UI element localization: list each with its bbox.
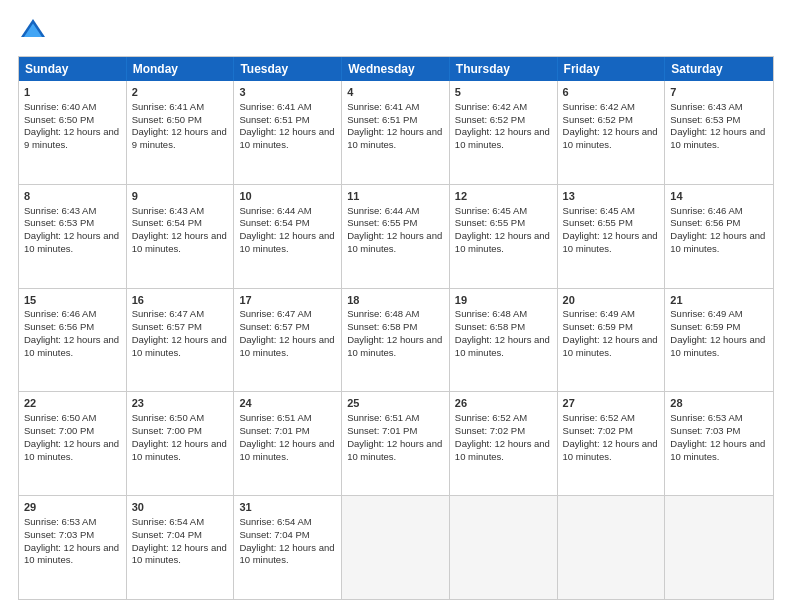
sunset-text: Sunset: 6:57 PM bbox=[239, 321, 309, 332]
calendar: SundayMondayTuesdayWednesdayThursdayFrid… bbox=[18, 56, 774, 600]
sunrise-text: Sunrise: 6:52 AM bbox=[455, 412, 527, 423]
calendar-header-cell: Tuesday bbox=[234, 57, 342, 81]
sunset-text: Sunset: 6:55 PM bbox=[563, 217, 633, 228]
day-number: 20 bbox=[563, 293, 660, 308]
calendar-row: 29Sunrise: 6:53 AMSunset: 7:03 PMDayligh… bbox=[19, 495, 773, 599]
daylight-text: Daylight: 12 hours and 10 minutes. bbox=[670, 230, 765, 254]
calendar-cell bbox=[342, 496, 450, 599]
sunrise-text: Sunrise: 6:49 AM bbox=[670, 308, 742, 319]
calendar-row: 15Sunrise: 6:46 AMSunset: 6:56 PMDayligh… bbox=[19, 288, 773, 392]
day-number: 29 bbox=[24, 500, 121, 515]
daylight-text: Daylight: 12 hours and 10 minutes. bbox=[132, 438, 227, 462]
daylight-text: Daylight: 12 hours and 10 minutes. bbox=[347, 230, 442, 254]
daylight-text: Daylight: 12 hours and 10 minutes. bbox=[455, 230, 550, 254]
sunset-text: Sunset: 6:58 PM bbox=[455, 321, 525, 332]
sunrise-text: Sunrise: 6:51 AM bbox=[239, 412, 311, 423]
calendar-cell: 27Sunrise: 6:52 AMSunset: 7:02 PMDayligh… bbox=[558, 392, 666, 495]
sunrise-text: Sunrise: 6:53 AM bbox=[670, 412, 742, 423]
sunset-text: Sunset: 7:02 PM bbox=[455, 425, 525, 436]
calendar-body: 1Sunrise: 6:40 AMSunset: 6:50 PMDaylight… bbox=[19, 81, 773, 599]
calendar-cell: 1Sunrise: 6:40 AMSunset: 6:50 PMDaylight… bbox=[19, 81, 127, 184]
sunrise-text: Sunrise: 6:54 AM bbox=[239, 516, 311, 527]
sunrise-text: Sunrise: 6:50 AM bbox=[24, 412, 96, 423]
calendar-cell bbox=[665, 496, 773, 599]
calendar-cell: 8Sunrise: 6:43 AMSunset: 6:53 PMDaylight… bbox=[19, 185, 127, 288]
day-number: 3 bbox=[239, 85, 336, 100]
daylight-text: Daylight: 12 hours and 9 minutes. bbox=[132, 126, 227, 150]
sunrise-text: Sunrise: 6:54 AM bbox=[132, 516, 204, 527]
page: SundayMondayTuesdayWednesdayThursdayFrid… bbox=[0, 0, 792, 612]
day-number: 8 bbox=[24, 189, 121, 204]
calendar-header-cell: Sunday bbox=[19, 57, 127, 81]
calendar-cell: 18Sunrise: 6:48 AMSunset: 6:58 PMDayligh… bbox=[342, 289, 450, 392]
daylight-text: Daylight: 12 hours and 10 minutes. bbox=[563, 230, 658, 254]
calendar-header-cell: Monday bbox=[127, 57, 235, 81]
daylight-text: Daylight: 12 hours and 10 minutes. bbox=[455, 126, 550, 150]
daylight-text: Daylight: 12 hours and 10 minutes. bbox=[132, 230, 227, 254]
calendar-cell: 4Sunrise: 6:41 AMSunset: 6:51 PMDaylight… bbox=[342, 81, 450, 184]
sunset-text: Sunset: 6:58 PM bbox=[347, 321, 417, 332]
sunrise-text: Sunrise: 6:47 AM bbox=[132, 308, 204, 319]
sunset-text: Sunset: 6:51 PM bbox=[347, 114, 417, 125]
calendar-row: 1Sunrise: 6:40 AMSunset: 6:50 PMDaylight… bbox=[19, 81, 773, 184]
calendar-cell: 21Sunrise: 6:49 AMSunset: 6:59 PMDayligh… bbox=[665, 289, 773, 392]
day-number: 10 bbox=[239, 189, 336, 204]
calendar-cell bbox=[450, 496, 558, 599]
daylight-text: Daylight: 12 hours and 10 minutes. bbox=[347, 438, 442, 462]
calendar-cell: 14Sunrise: 6:46 AMSunset: 6:56 PMDayligh… bbox=[665, 185, 773, 288]
sunset-text: Sunset: 6:52 PM bbox=[563, 114, 633, 125]
daylight-text: Daylight: 12 hours and 10 minutes. bbox=[239, 230, 334, 254]
sunset-text: Sunset: 6:54 PM bbox=[132, 217, 202, 228]
calendar-header-cell: Friday bbox=[558, 57, 666, 81]
sunset-text: Sunset: 6:55 PM bbox=[455, 217, 525, 228]
sunset-text: Sunset: 7:04 PM bbox=[132, 529, 202, 540]
sunrise-text: Sunrise: 6:44 AM bbox=[347, 205, 419, 216]
sunset-text: Sunset: 6:56 PM bbox=[670, 217, 740, 228]
day-number: 11 bbox=[347, 189, 444, 204]
daylight-text: Daylight: 12 hours and 10 minutes. bbox=[563, 126, 658, 150]
day-number: 25 bbox=[347, 396, 444, 411]
sunrise-text: Sunrise: 6:46 AM bbox=[24, 308, 96, 319]
logo-icon bbox=[18, 16, 48, 46]
daylight-text: Daylight: 12 hours and 10 minutes. bbox=[239, 126, 334, 150]
daylight-text: Daylight: 12 hours and 10 minutes. bbox=[455, 334, 550, 358]
daylight-text: Daylight: 12 hours and 10 minutes. bbox=[670, 126, 765, 150]
day-number: 6 bbox=[563, 85, 660, 100]
sunset-text: Sunset: 6:59 PM bbox=[670, 321, 740, 332]
sunset-text: Sunset: 7:03 PM bbox=[670, 425, 740, 436]
day-number: 26 bbox=[455, 396, 552, 411]
day-number: 2 bbox=[132, 85, 229, 100]
sunrise-text: Sunrise: 6:41 AM bbox=[132, 101, 204, 112]
day-number: 4 bbox=[347, 85, 444, 100]
calendar-cell: 3Sunrise: 6:41 AMSunset: 6:51 PMDaylight… bbox=[234, 81, 342, 184]
calendar-cell: 30Sunrise: 6:54 AMSunset: 7:04 PMDayligh… bbox=[127, 496, 235, 599]
daylight-text: Daylight: 12 hours and 10 minutes. bbox=[132, 334, 227, 358]
day-number: 16 bbox=[132, 293, 229, 308]
daylight-text: Daylight: 12 hours and 10 minutes. bbox=[24, 334, 119, 358]
sunset-text: Sunset: 6:53 PM bbox=[24, 217, 94, 228]
logo bbox=[18, 16, 52, 46]
day-number: 15 bbox=[24, 293, 121, 308]
calendar-cell: 7Sunrise: 6:43 AMSunset: 6:53 PMDaylight… bbox=[665, 81, 773, 184]
sunset-text: Sunset: 6:53 PM bbox=[670, 114, 740, 125]
daylight-text: Daylight: 12 hours and 10 minutes. bbox=[239, 542, 334, 566]
sunset-text: Sunset: 7:04 PM bbox=[239, 529, 309, 540]
sunrise-text: Sunrise: 6:46 AM bbox=[670, 205, 742, 216]
sunset-text: Sunset: 6:54 PM bbox=[239, 217, 309, 228]
calendar-cell: 24Sunrise: 6:51 AMSunset: 7:01 PMDayligh… bbox=[234, 392, 342, 495]
sunset-text: Sunset: 6:50 PM bbox=[132, 114, 202, 125]
sunrise-text: Sunrise: 6:43 AM bbox=[670, 101, 742, 112]
day-number: 30 bbox=[132, 500, 229, 515]
calendar-cell: 28Sunrise: 6:53 AMSunset: 7:03 PMDayligh… bbox=[665, 392, 773, 495]
sunrise-text: Sunrise: 6:52 AM bbox=[563, 412, 635, 423]
sunset-text: Sunset: 6:52 PM bbox=[455, 114, 525, 125]
day-number: 21 bbox=[670, 293, 768, 308]
calendar-cell: 29Sunrise: 6:53 AMSunset: 7:03 PMDayligh… bbox=[19, 496, 127, 599]
sunset-text: Sunset: 7:01 PM bbox=[347, 425, 417, 436]
calendar-cell bbox=[558, 496, 666, 599]
calendar-cell: 22Sunrise: 6:50 AMSunset: 7:00 PMDayligh… bbox=[19, 392, 127, 495]
calendar-cell: 6Sunrise: 6:42 AMSunset: 6:52 PMDaylight… bbox=[558, 81, 666, 184]
calendar-cell: 13Sunrise: 6:45 AMSunset: 6:55 PMDayligh… bbox=[558, 185, 666, 288]
daylight-text: Daylight: 12 hours and 10 minutes. bbox=[563, 438, 658, 462]
day-number: 24 bbox=[239, 396, 336, 411]
